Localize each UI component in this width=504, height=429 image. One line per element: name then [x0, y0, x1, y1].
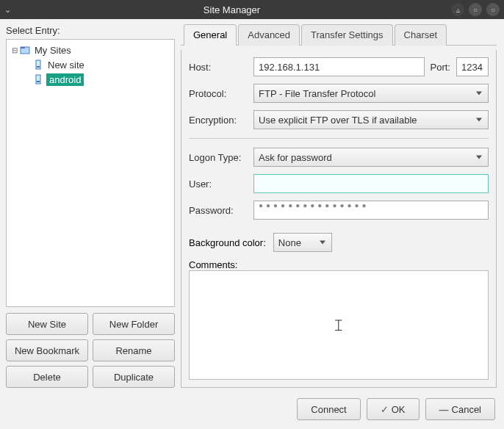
duplicate-button[interactable]: Duplicate: [93, 366, 175, 388]
root-label: My Sites: [33, 44, 73, 57]
port-input[interactable]: [456, 57, 489, 76]
separator: [189, 138, 489, 139]
text-cursor-icon: 𝙸: [333, 316, 345, 335]
user-label: User:: [189, 179, 248, 190]
rename-button[interactable]: Rename: [93, 339, 175, 361]
close-window-button[interactable]: ○: [486, 3, 500, 16]
server-icon: [33, 60, 43, 70]
select-entry-label: Select Entry:: [6, 25, 175, 36]
tab-bar: General Advanced Transfer Settings Chars…: [181, 24, 497, 46]
tab-charset[interactable]: Charset: [395, 24, 447, 46]
background-color-label: Background color:: [189, 237, 266, 248]
shade-button[interactable]: ▵: [451, 3, 464, 16]
tab-transfer-settings[interactable]: Transfer Settings: [301, 24, 393, 46]
site-tree[interactable]: ⊟ My Sites New site: [6, 39, 175, 307]
comments-label: Comments:: [189, 259, 489, 270]
new-bookmark-button[interactable]: New Bookmark: [6, 339, 88, 361]
tab-advanced[interactable]: Advanced: [238, 24, 300, 46]
tree-item-label: android: [46, 73, 84, 86]
check-icon: ✓: [381, 404, 389, 415]
titlebar[interactable]: ⌄ Site Manager ▵ ○ ○: [0, 0, 504, 19]
background-color-select[interactable]: None: [273, 233, 332, 252]
dialog-footer: Connect ✓OK —Cancel: [0, 391, 504, 429]
minimize-button[interactable]: ○: [469, 3, 482, 16]
svg-rect-4: [36, 75, 40, 84]
delete-button[interactable]: Delete: [6, 366, 88, 388]
collapse-icon[interactable]: ⊟: [10, 46, 20, 54]
logon-type-select[interactable]: Ask for password: [253, 148, 489, 167]
site-manager-window: ⌄ Site Manager ▵ ○ ○ Select Entry: ⊟ My …: [0, 0, 504, 429]
app-menu-icon[interactable]: ⌄: [4, 5, 11, 15]
comments-textarea[interactable]: 𝙸: [189, 270, 489, 380]
site-action-buttons: New Site New Folder New Bookmark Rename …: [6, 313, 175, 388]
folder-icon: [20, 45, 30, 55]
left-panel: Select Entry: ⊟ My Sites New site: [6, 24, 175, 388]
user-input[interactable]: [253, 174, 489, 193]
window-title: Site Manager: [17, 4, 447, 15]
protocol-select[interactable]: FTP - File Transfer Protocol: [253, 84, 489, 103]
svg-rect-3: [37, 66, 40, 68]
tree-root[interactable]: ⊟ My Sites: [7, 43, 174, 57]
svg-rect-5: [37, 81, 40, 82]
tree-item-selected[interactable]: android: [7, 72, 174, 87]
tree-item[interactable]: New site: [7, 57, 174, 72]
ok-button[interactable]: ✓OK: [367, 398, 420, 420]
dash-icon: —: [439, 404, 449, 415]
logon-type-label: Logon Type:: [189, 152, 248, 163]
tab-panel-general: Host: Port: Protocol: FTP - File Transfe…: [181, 50, 497, 388]
password-input[interactable]: ●●●●●●●●●●●●●●●: [253, 201, 489, 220]
right-panel: General Advanced Transfer Settings Chars…: [181, 24, 497, 388]
cancel-button[interactable]: —Cancel: [425, 398, 495, 420]
host-label: Host:: [189, 62, 248, 73]
host-input[interactable]: [253, 57, 425, 76]
new-site-button[interactable]: New Site: [6, 313, 88, 335]
encryption-label: Encryption:: [189, 115, 248, 126]
encryption-select[interactable]: Use explicit FTP over TLS if available: [253, 110, 489, 129]
svg-rect-1: [21, 47, 25, 48]
svg-rect-2: [36, 60, 40, 69]
connect-button[interactable]: Connect: [297, 398, 360, 420]
password-label: Password:: [189, 205, 248, 216]
tab-general[interactable]: General: [184, 24, 237, 46]
server-icon: [33, 74, 43, 84]
protocol-label: Protocol:: [189, 88, 248, 99]
tree-item-label: New site: [46, 59, 86, 71]
port-label: Port:: [431, 62, 450, 73]
new-folder-button[interactable]: New Folder: [93, 313, 175, 335]
